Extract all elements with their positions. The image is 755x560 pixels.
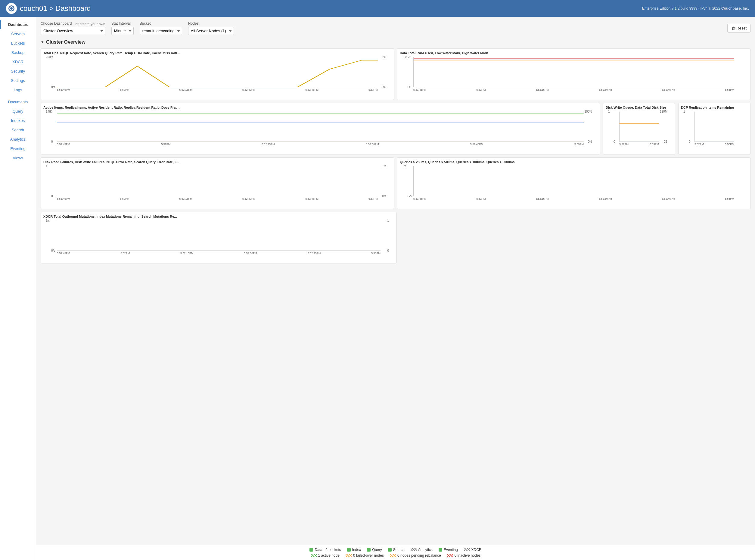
sidebar-item-documents[interactable]: Documents bbox=[0, 97, 36, 106]
chart1-wrapper: 250/s 0/s 1% 0% 5:51:45PM 5:52PM bbox=[57, 57, 378, 91]
legend-eventing: Eventing bbox=[438, 548, 458, 552]
server-name: couch01 bbox=[20, 4, 47, 12]
section-title-text: Cluster Overview bbox=[46, 39, 85, 45]
sidebar-item-security[interactable]: Security bbox=[0, 66, 36, 76]
bucket-group: Bucket renault_geocoding bbox=[140, 21, 182, 35]
chart3-y-top: 1.5K bbox=[46, 110, 52, 113]
chart3-svg bbox=[57, 112, 584, 141]
chart-active-items: Active Items, Replica Items, Active Resi… bbox=[41, 103, 600, 155]
legend-xdcr-icon bbox=[464, 548, 470, 551]
legend-active-nodes-icon bbox=[311, 554, 317, 557]
chart2-y-top: 1.7GiB bbox=[402, 55, 411, 59]
legend-pending-nodes: 0 nodes pending rebalance bbox=[390, 553, 441, 558]
chart5-wrapper: 1 0 5:52PM 5:53PM bbox=[694, 112, 734, 146]
sidebar-item-indexes[interactable]: Indexes bbox=[0, 116, 36, 125]
cluster-overview-title: ▼ Cluster Overview bbox=[41, 39, 751, 45]
couchbase-logo bbox=[6, 3, 17, 14]
footer-legend: Data - 2 buckets Index Query Search Anal… bbox=[36, 545, 755, 560]
sidebar-item-settings[interactable]: Settings bbox=[0, 76, 36, 85]
legend-search-icon bbox=[388, 548, 392, 552]
chart5-title: DCP Replication Items Remaining bbox=[681, 106, 748, 109]
header-left: couch01 > Dashboard bbox=[6, 3, 91, 14]
chart5-y-top: 1 bbox=[683, 110, 685, 113]
sidebar-item-dashboard[interactable]: Dashboard bbox=[0, 20, 36, 29]
header: couch01 > Dashboard Enterprise Edition 7… bbox=[0, 0, 755, 17]
legend-analytics-label: Analytics bbox=[418, 548, 433, 552]
legend-inactive-nodes: 0 inactive nodes bbox=[447, 553, 481, 558]
legend-data: Data - 2 buckets bbox=[309, 548, 341, 552]
sidebar: Dashboard Servers Buckets Backup XDCR Se… bbox=[0, 17, 36, 560]
chart4-area: 1 0 120M 0B bbox=[619, 112, 659, 142]
chart6-svg bbox=[57, 166, 378, 196]
sidebar-item-servers[interactable]: Servers bbox=[0, 29, 36, 39]
chart6-y-bottom: 0 bbox=[51, 195, 53, 198]
stat-interval-label: Stat Interval bbox=[111, 21, 134, 25]
sidebar-divider bbox=[0, 96, 36, 96]
chart1-svg bbox=[57, 57, 378, 87]
legend-query: Query bbox=[367, 548, 382, 552]
chart2-area: 1.7GiB 0B bbox=[413, 57, 734, 87]
legend-failed-nodes-label: 0 failed-over nodes bbox=[353, 553, 384, 558]
chart6-title: Disk Read Failures, Disk Write Failures,… bbox=[43, 160, 391, 164]
choose-dashboard-label: Choose Dashboard bbox=[41, 21, 72, 25]
chart3-y-bottom: 0 bbox=[51, 140, 53, 143]
chart2-wrapper: 1.7GiB 0B 5:51 bbox=[413, 57, 734, 91]
chart7-svg bbox=[414, 166, 734, 196]
sidebar-item-buckets[interactable]: Buckets bbox=[0, 39, 36, 48]
sidebar-item-logs[interactable]: Logs bbox=[0, 85, 36, 95]
chart-disk-write: Disk Write Queue, Data Total Disk Size 1… bbox=[603, 103, 675, 155]
legend-xdcr-label: XDCR bbox=[471, 548, 482, 552]
brand-name: Couchbase, Inc. bbox=[721, 6, 749, 11]
sidebar-item-views[interactable]: Views bbox=[0, 153, 36, 163]
chart7-y-bottom: 0/s bbox=[408, 195, 411, 198]
chart-row-3: Disk Read Failures, Disk Write Failures,… bbox=[41, 158, 751, 209]
chart4-y-right-bottom: 0B bbox=[664, 140, 667, 143]
stat-interval-select[interactable]: MinuteHourDayWeekMonthYear bbox=[111, 27, 134, 35]
chart5-y-bottom: 0 bbox=[689, 140, 691, 143]
bucket-select[interactable]: renault_geocoding bbox=[140, 27, 182, 35]
nodes-select[interactable]: All Server Nodes (1) bbox=[188, 27, 234, 35]
sidebar-item-eventing[interactable]: Eventing bbox=[0, 144, 36, 153]
legend-search: Search bbox=[388, 548, 405, 552]
legend-data-label: Data - 2 buckets bbox=[314, 548, 341, 552]
sidebar-item-backup[interactable]: Backup bbox=[0, 48, 36, 57]
chart-dcp-replication: DCP Replication Items Remaining 1 0 5:52… bbox=[678, 103, 751, 155]
collapse-icon[interactable]: ▼ bbox=[41, 40, 44, 44]
chart6-y-right-top: 1/s bbox=[382, 164, 386, 168]
chart7-title: Queries > 250ms, Queries > 500ms, Querie… bbox=[400, 160, 748, 164]
chart1-y-right-top: 1% bbox=[382, 55, 386, 59]
legend-row-2: 1 active node 0 failed-over nodes 0 node… bbox=[311, 553, 481, 558]
chart-xdcr: XDCR Total Outbound Mutations, Index Mut… bbox=[41, 212, 397, 263]
legend-pending-nodes-label: 0 nodes pending rebalance bbox=[397, 553, 441, 558]
chart7-area: 1/s 0/s bbox=[413, 166, 734, 196]
sidebar-item-query[interactable]: Query bbox=[0, 106, 36, 116]
chart8-y-right-top: 1 bbox=[387, 219, 389, 222]
chart1-y-top: 250/s bbox=[46, 55, 53, 59]
chart3-area: 1.5K 0 100% 0% bbox=[57, 112, 584, 142]
chart5-area: 1 0 bbox=[694, 112, 734, 142]
dashboard-select[interactable]: Cluster Overview bbox=[41, 27, 105, 35]
legend-row-1: Data - 2 buckets Index Query Search Anal… bbox=[309, 548, 481, 552]
chart8-x-labels: 5:51:45PM 5:52PM 5:52:15PM 5:52:30PM 5:5… bbox=[57, 252, 381, 255]
chart8-y-right-bottom: 0 bbox=[387, 249, 389, 252]
sidebar-item-search[interactable]: Search bbox=[0, 125, 36, 135]
legend-analytics: Analytics bbox=[411, 548, 433, 552]
sidebar-item-analytics[interactable]: Analytics bbox=[0, 135, 36, 144]
chart2-y-bottom: 0B bbox=[408, 85, 411, 89]
chart2-svg bbox=[414, 57, 734, 87]
legend-index-label: Index bbox=[352, 548, 361, 552]
chart3-y-right-bottom: 0% bbox=[588, 140, 592, 143]
legend-inactive-nodes-label: 0 inactive nodes bbox=[454, 553, 481, 558]
dashboard-selector-group: Choose Dashboard or create your own Clus… bbox=[41, 21, 105, 35]
sidebar-item-xdcr[interactable]: XDCR bbox=[0, 57, 36, 66]
legend-active-nodes: 1 active node bbox=[311, 553, 340, 558]
chart2-title: Data Total RAM Used, Low Water Mark, Hig… bbox=[400, 51, 748, 55]
reset-button[interactable]: 🗑 Reset bbox=[727, 24, 751, 33]
chart-row4-spacer bbox=[400, 212, 751, 263]
chart-total-ops: Total Ops, N1QL Request Rate, Search Que… bbox=[41, 48, 394, 100]
chart2-x-labels: 5:51:45PM 5:52PM 5:52:15PM 5:52:30PM 5:5… bbox=[413, 88, 734, 91]
legend-data-icon bbox=[309, 548, 313, 552]
chart-ram: Data Total RAM Used, Low Water Mark, Hig… bbox=[397, 48, 751, 100]
legend-search-label: Search bbox=[393, 548, 405, 552]
app-body: Dashboard Servers Buckets Backup XDCR Se… bbox=[0, 17, 755, 560]
